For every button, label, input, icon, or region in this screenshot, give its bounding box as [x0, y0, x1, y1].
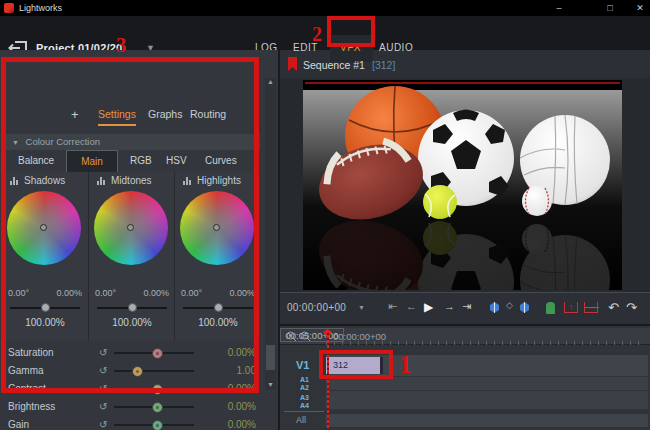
- frame-top-line: [305, 82, 620, 84]
- sequence-reference[interactable]: [312]: [372, 59, 395, 71]
- slider-handle[interactable]: [152, 402, 163, 413]
- menu-bar: Project 01/02/20 ▼ LOG EDIT VFX AUDIO: [0, 16, 650, 50]
- playhead-line[interactable]: [327, 330, 329, 430]
- title-bar: Lightworks – □ ✕: [0, 0, 650, 16]
- annotation-box-2: [327, 16, 375, 47]
- slider-handle[interactable]: [152, 420, 163, 430]
- brightness-slider[interactable]: [114, 406, 194, 408]
- scrollbar-thumb[interactable]: [266, 345, 275, 370]
- timeline-zoom-in-icon[interactable]: [286, 331, 297, 342]
- minimize-button[interactable]: –: [551, 1, 567, 15]
- sequence-title: Sequence #1: [303, 59, 365, 71]
- audio-track-a3-a4[interactable]: [326, 391, 648, 409]
- reset-icon[interactable]: ↺: [99, 401, 110, 412]
- app-window: Lightworks – □ ✕ Project 01/02/20 ▼ LOG …: [0, 0, 650, 430]
- lightworks-logo-icon: [4, 3, 14, 13]
- timeline-ruler[interactable]: 00:00:00+00 00:05:00+00: [280, 328, 650, 345]
- close-button[interactable]: ✕: [632, 1, 648, 15]
- undo-icon[interactable]: ↶: [608, 300, 619, 315]
- timeline-zoom-out-icon[interactable]: [300, 331, 311, 342]
- reset-icon[interactable]: ↺: [99, 419, 110, 430]
- annotation-box-3: [1, 57, 259, 393]
- mark-diamond-icon[interactable]: ◇: [506, 300, 513, 310]
- redo-icon[interactable]: ↷: [626, 300, 637, 315]
- slider-label: Gain: [8, 419, 29, 430]
- step-forward-button[interactable]: →: [444, 300, 455, 312]
- slider-value[interactable]: 0.00%: [208, 401, 256, 412]
- annotation-number-3: 3: [116, 33, 127, 58]
- slider-label: Brightness: [8, 401, 55, 412]
- track-label-v1[interactable]: V1: [296, 359, 309, 371]
- sequence-flag-icon[interactable]: [288, 57, 297, 71]
- step-back-button[interactable]: ←: [406, 300, 417, 312]
- timecode-dropdown-icon[interactable]: ▼: [358, 304, 365, 311]
- track-label-all[interactable]: All: [296, 415, 306, 425]
- track-label-a4[interactable]: A4: [300, 402, 309, 409]
- play-button[interactable]: ▶: [424, 300, 433, 314]
- track-label-a2[interactable]: A2: [300, 384, 309, 391]
- viewer-image: [303, 80, 622, 290]
- maximize-button[interactable]: □: [602, 1, 618, 15]
- track-label-a3[interactable]: A3: [300, 394, 309, 401]
- annotation-box-1: [319, 350, 393, 379]
- go-to-start-button[interactable]: ⇤: [388, 300, 397, 313]
- track-label-divider: [284, 411, 324, 412]
- slider-value[interactable]: 0.00%: [208, 419, 256, 430]
- tab-audio[interactable]: AUDIO: [379, 42, 413, 53]
- track-label-a1[interactable]: A1: [300, 376, 309, 383]
- settings-scrollbar[interactable]: ▲ ▼: [265, 78, 276, 390]
- replace-edit-icon[interactable]: →←: [584, 302, 598, 313]
- window-title: Lightworks: [19, 3, 62, 13]
- scroll-down-icon[interactable]: ▼: [265, 381, 276, 388]
- ruler-ticks: [326, 341, 646, 345]
- annotation-number-2: 2: [312, 23, 322, 46]
- viewer-timecode[interactable]: 00:00:00+00: [287, 302, 346, 313]
- gain-slider[interactable]: [114, 424, 194, 426]
- insert-edit-icon[interactable]: ↑: [564, 302, 578, 313]
- lock-icon[interactable]: [546, 302, 555, 314]
- scroll-up-icon[interactable]: ▲: [265, 78, 276, 85]
- viewer-frame: [303, 80, 622, 290]
- annotation-number-1: 1: [399, 351, 412, 379]
- all-track[interactable]: [326, 414, 648, 427]
- go-to-end-button[interactable]: ⇥: [462, 300, 471, 313]
